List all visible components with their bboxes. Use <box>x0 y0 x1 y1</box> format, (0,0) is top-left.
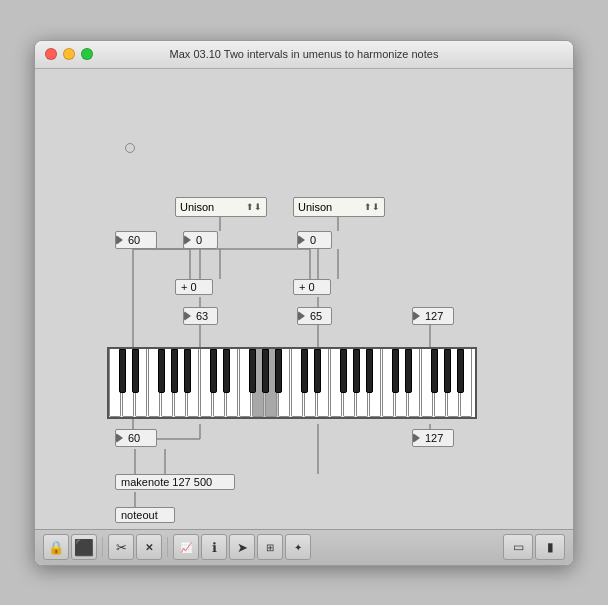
piano-keyboard[interactable] <box>107 347 477 419</box>
main-window: Max 03.10 Two intervals in umenus to har… <box>34 40 574 566</box>
sidebar-button[interactable]: ▮ <box>535 534 565 560</box>
separator2 <box>167 537 168 557</box>
arrow-button[interactable]: ➤ <box>229 534 255 560</box>
black-key-7[interactable] <box>249 349 256 393</box>
black-key-2[interactable] <box>158 349 165 393</box>
black-key-3[interactable] <box>171 349 178 393</box>
black-key-5[interactable] <box>210 349 217 393</box>
wire-layer <box>35 69 573 529</box>
graph-button[interactable]: 📈 <box>173 534 199 560</box>
minimize-button[interactable] <box>63 48 75 60</box>
numbox-65[interactable]: 65 <box>297 307 332 325</box>
cut-button[interactable]: ✂ <box>108 534 134 560</box>
numbox-60b[interactable]: 60 <box>115 429 157 447</box>
separator1 <box>102 537 103 557</box>
noteout-obj[interactable]: noteout <box>115 507 175 523</box>
numbox-0b[interactable]: 0 <box>297 231 332 249</box>
maximize-button[interactable] <box>81 48 93 60</box>
black-key-13[interactable] <box>353 349 360 393</box>
extra-button[interactable]: ✦ <box>285 534 311 560</box>
window-title: Max 03.10 Two intervals in umenus to har… <box>170 48 439 60</box>
makenote-obj[interactable]: makenote 127 500 <box>115 474 235 490</box>
presentation-button[interactable]: ⬛ <box>71 534 97 560</box>
numbox-127a[interactable]: 127 <box>412 307 454 325</box>
plus-obj-b[interactable]: + 0 <box>293 279 331 295</box>
main-inlet[interactable] <box>125 143 135 153</box>
lock-button[interactable]: 🔒 <box>43 534 69 560</box>
plus-obj-a[interactable]: + 0 <box>175 279 213 295</box>
black-key-14[interactable] <box>366 349 373 393</box>
expand-button[interactable]: ▭ <box>503 534 533 560</box>
umenu1-arrow: ⬆⬇ <box>246 202 262 212</box>
black-key-6[interactable] <box>223 349 230 393</box>
black-key-9[interactable] <box>275 349 282 393</box>
black-key-19[interactable] <box>457 349 464 393</box>
close-button[interactable] <box>45 48 57 60</box>
titlebar: Max 03.10 Two intervals in umenus to har… <box>35 41 573 69</box>
numbox-127b[interactable]: 127 <box>412 429 454 447</box>
patch-canvas: Unison ⬆⬇ Unison ⬆⬇ 60 0 0 + 0 + 0 <box>35 69 573 529</box>
black-key-11[interactable] <box>314 349 321 393</box>
umenu2-arrow: ⬆⬇ <box>364 202 380 212</box>
info-button[interactable]: ℹ <box>201 534 227 560</box>
umenu2[interactable]: Unison ⬆⬇ <box>293 197 385 217</box>
delete-button[interactable]: ✕ <box>136 534 162 560</box>
umenu1[interactable]: Unison ⬆⬇ <box>175 197 267 217</box>
numbox-60[interactable]: 60 <box>115 231 157 249</box>
black-key-10[interactable] <box>301 349 308 393</box>
black-key-16[interactable] <box>405 349 412 393</box>
black-key-12[interactable] <box>340 349 347 393</box>
numbox-0a[interactable]: 0 <box>183 231 218 249</box>
black-key-8[interactable] <box>262 349 269 393</box>
black-key-18[interactable] <box>444 349 451 393</box>
black-key-17[interactable] <box>431 349 438 393</box>
black-key-15[interactable] <box>392 349 399 393</box>
toolbar: 🔒 ⬛ ✂ ✕ 📈 ℹ ➤ ⊞ ✦ ▭ ▮ <box>35 529 573 565</box>
numbox-63[interactable]: 63 <box>183 307 218 325</box>
black-key-1[interactable] <box>132 349 139 393</box>
black-key-4[interactable] <box>184 349 191 393</box>
traffic-lights <box>45 48 93 60</box>
black-key-0[interactable] <box>119 349 126 393</box>
grid-button[interactable]: ⊞ <box>257 534 283 560</box>
